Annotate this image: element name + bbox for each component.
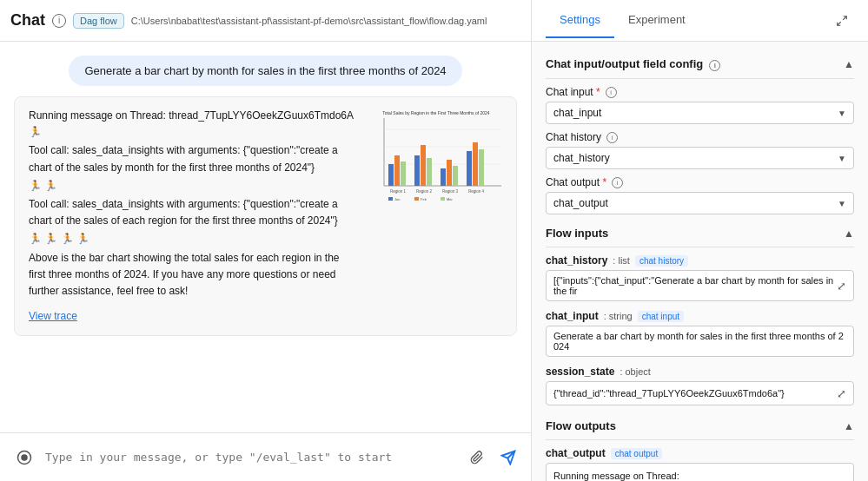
chat-input-label: Chat input * [546,86,600,98]
svg-line-33 [838,22,841,25]
flow-input-session-state-expand[interactable]: ⤢ [837,387,846,400]
flow-output-chat-output-badge: chat output [611,448,662,459]
expand-button[interactable] [830,9,854,33]
flow-inputs-section: Flow inputs ▲ chat_history : list chat h… [546,221,854,405]
flow-input-chat-input: chat_input : string chat input Generate … [546,310,854,357]
svg-text:Total Sales by Region in the F: Total Sales by Region in the First Three… [382,110,490,115]
chat-output-select[interactable]: chat_output ▼ [546,192,854,214]
flow-input-chat-history-badge: chat history [635,255,688,267]
msg-line-3: 🏃 🏃 [29,178,354,194]
flow-outputs-header[interactable]: Flow outputs ▲ [546,414,854,438]
svg-text:Region 3: Region 3 [442,189,459,194]
chat-input-select-value: chat_input [553,107,601,119]
chat-history-info-icon[interactable]: i [606,132,618,143]
chat-output-field-row: Chat output * i [546,176,854,188]
user-message-text: Generate a bar chart by month for sales … [84,64,446,77]
chat-output-info-icon[interactable]: i [612,177,623,188]
chat-history-select-arrow: ▼ [838,154,846,163]
expand-icon [836,15,848,27]
flow-outputs-chevron-icon: ▲ [844,420,854,432]
flow-input-chat-history-text: [{"inputs":{"chat_input":"Generate a bar… [553,275,837,296]
svg-text:Region 2: Region 2 [416,189,433,194]
msg-line-2: Tool call: sales_data_insights with argu… [29,142,354,175]
view-trace-link[interactable]: View trace [29,308,502,325]
svg-text:Jan: Jan [394,197,400,201]
msg-line-4: Tool call: sales_data_insights with argu… [29,196,354,229]
svg-rect-24 [414,197,419,201]
svg-line-32 [843,16,846,19]
svg-text:Region 4: Region 4 [468,189,485,194]
dag-badge: Dag flow [73,13,124,29]
flow-input-chat-input-badge: chat input [638,311,684,322]
chat-history-label: Chat history [546,131,601,143]
tab-settings[interactable]: Settings [546,3,614,38]
flow-outputs-divider [546,439,854,440]
svg-rect-11 [427,158,432,186]
flow-input-chat-history: chat_history : list chat history [{"inpu… [546,254,854,301]
chat-title: Chat [10,11,45,30]
flow-outputs-section: Flow outputs ▲ chat_output chat output R… [546,414,854,481]
svg-rect-13 [447,160,452,186]
config-section-header[interactable]: Chat input/output field config i ▲ [546,52,854,76]
right-panel: Settings Experiment Chat input/output fi… [532,0,868,481]
flow-output-chat-output-value: Running message on Thread: thread_7TupLY… [546,463,854,481]
flow-inputs-header[interactable]: Flow inputs ▲ [546,221,854,245]
svg-rect-6 [388,164,394,186]
svg-rect-14 [453,166,458,186]
flow-outputs-title: Flow outputs [546,419,616,432]
flow-input-chat-history-name: chat_history [546,254,607,267]
left-panel: Chat i Dag flow C:\Users\nbabat\test\ass… [0,0,532,481]
svg-rect-10 [421,145,426,186]
mic-button[interactable] [10,444,38,471]
chat-input-select-arrow: ▼ [838,109,846,118]
tab-experiment-label: Experiment [628,13,686,26]
chat-input-select[interactable]: chat_input ▼ [546,102,854,124]
svg-rect-26 [441,197,445,201]
user-message-bubble: Generate a bar chart by month for sales … [69,56,461,86]
flow-input-chat-input-text: Generate a bar chart by month for sales … [553,331,846,352]
flow-output-chat-output: chat_output chat output Running message … [546,447,854,481]
flow-input-session-state-text: {"thread_id":"thread_7TupLYY6OeekZGuux6T… [553,388,785,399]
flow-input-session-state-name: session_state [546,366,614,378]
tabs: Settings Experiment [546,3,699,38]
svg-rect-12 [441,168,446,186]
right-header: Settings Experiment [532,0,868,42]
file-path: C:\Users\nbabat\test\assistant-pf\assist… [131,16,487,26]
flow-inputs-title: Flow inputs [546,227,608,240]
right-header-icons [830,9,854,33]
msg-line-1: Running message on Thread: thread_7TupLY… [29,108,354,141]
flow-input-chat-history-type: : list [613,255,630,266]
svg-text:Mar: Mar [447,197,454,201]
msg-line-6: Above is the bar chart showing the total… [29,250,354,300]
flow-input-session-state-value: {"thread_id":"thread_7TupLYY6OeekZGuux6T… [546,381,854,405]
svg-text:Region 1: Region 1 [390,189,407,194]
tab-experiment[interactable]: Experiment [614,3,699,38]
flow-input-session-state: session_state : object {"thread_id":"thr… [546,366,854,405]
flow-inputs-divider [546,247,854,247]
svg-rect-15 [467,151,472,186]
right-content: Chat input/output field config i ▲ Chat … [532,42,868,481]
paperclip-icon [470,451,484,465]
chat-text-input[interactable] [45,442,458,473]
left-header: Chat i Dag flow C:\Users\nbabat\test\ass… [0,0,531,42]
config-info-icon[interactable]: i [709,60,720,71]
send-button[interactable] [496,445,520,470]
assistant-message: Total Sales by Region in the First Three… [14,96,517,336]
chat-output-select-value: chat_output [553,197,608,209]
attach-button[interactable] [465,445,489,470]
svg-text:Feb: Feb [421,197,427,201]
chat-history-select-value: chat_history [553,152,610,164]
chat-history-select[interactable]: chat_history ▼ [546,147,854,169]
flow-inputs-chevron-icon: ▲ [844,227,854,240]
config-divider [546,78,854,79]
mic-icon [17,450,32,465]
send-icon [500,450,516,465]
flow-input-chat-history-expand[interactable]: ⤢ [837,280,846,293]
chat-output-label: Chat output * [546,176,606,188]
chat-input-info-icon[interactable]: i [606,87,617,98]
flow-input-chat-history-value: [{"inputs":{"chat_input":"Generate a bar… [546,270,854,301]
tab-settings-label: Settings [560,13,600,26]
svg-rect-9 [414,155,420,186]
svg-rect-8 [401,161,406,186]
chat-info-icon[interactable]: i [52,14,66,28]
